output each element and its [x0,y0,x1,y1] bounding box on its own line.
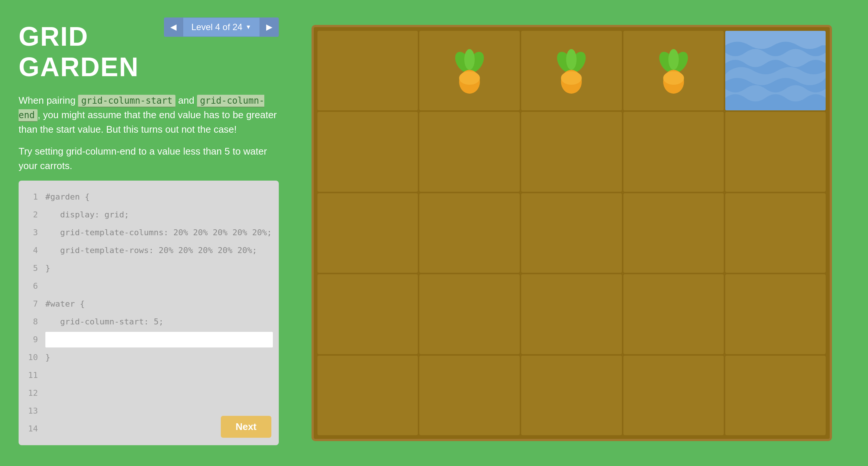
code-line-2: 2 display: grid; [19,206,279,224]
garden-cell-1-4 [623,31,724,110]
line-num-4: 4 [25,246,38,255]
code-line-6: 6 [19,277,279,295]
header-row: GRID GARDEN ◀ Level 4 of 24 ▼ ▶ [19,21,279,82]
garden-container [312,25,832,441]
next-level-button[interactable]: ▶ [259,17,279,37]
garden-cell-4-3 [521,274,622,354]
garden-cell-5-3 [521,356,622,435]
line-num-3: 3 [25,228,38,237]
line-num-14: 14 [25,424,38,433]
description-text: When pairing grid-column-start and grid-… [19,93,279,137]
carrot-plant-svg-3 [653,46,694,95]
garden-cell-4-5 [725,274,826,354]
line-num-6: 6 [25,281,38,291]
code-line-4: 4 grid-template-rows: 20% 20% 20% 20% 20… [19,242,279,259]
code-grid-column-start: grid-column-start [78,95,175,107]
left-panel: GRID GARDEN ◀ Level 4 of 24 ▼ ▶ When pai… [19,21,279,445]
line-num-10: 10 [25,353,38,362]
desc-part3: , you might assume that the end value ha… [19,109,277,135]
carrot-plant-svg [449,46,490,95]
garden-cell-1-5-water [725,31,826,110]
code-editor: 1 #garden { 2 display: grid; 3 grid-temp… [19,181,279,445]
desc-part1: When pairing [19,95,78,106]
instruction-text: Try setting grid-column-end to a value l… [19,144,279,173]
garden-cell-5-5 [725,356,826,435]
line-content-1: #garden { [45,192,90,201]
line-num-8: 8 [25,317,38,326]
line-num-5: 5 [25,263,38,273]
svg-point-14 [663,71,684,85]
code-line-9[interactable]: 9 [19,331,279,349]
code-line-5: 5 } [19,259,279,277]
garden-cell-2-1 [317,112,418,191]
garden-cell-2-4 [623,112,724,191]
garden-cell-3-3 [521,193,622,273]
line-content-4: grid-template-rows: 20% 20% 20% 20% 20%; [45,246,257,255]
garden-cell-4-1 [317,274,418,354]
code-line-8: 8 grid-column-start: 5; [19,313,279,331]
svg-point-2 [464,49,475,70]
garden-cell-4-4 [623,274,724,354]
chevron-down-icon: ▼ [245,24,251,30]
line-num-1: 1 [25,192,38,201]
next-button[interactable]: Next [221,416,271,438]
garden-cell-3-4 [623,193,724,273]
line-content-8: grid-column-start: 5; [45,317,164,326]
app-title: GRID GARDEN [19,21,157,82]
garden-cell-5-1 [317,356,418,435]
prev-level-button[interactable]: ◀ [164,17,183,37]
code-line-3: 3 grid-template-columns: 20% 20% 20% 20%… [19,224,279,242]
line-num-11: 11 [25,370,38,380]
garden-cell-2-3 [521,112,622,191]
code-lines: 1 #garden { 2 display: grid; 3 grid-temp… [19,188,279,438]
line-num-7: 7 [25,299,38,308]
instr-prefix: Try setting [19,146,66,157]
line-num-9: 9 [25,335,38,344]
svg-point-4 [459,71,480,85]
line-content-5: } [45,263,50,273]
code-line-7: 7 #water { [19,295,279,313]
code-line-10: 10 } [19,349,279,366]
svg-point-9 [561,71,582,85]
code-line-12: 12 [19,384,279,402]
line-content-2: display: grid; [45,210,129,219]
garden-cell-1-3 [521,31,622,110]
desc-part2: and [175,95,197,106]
garden-cell-3-2 [419,193,520,273]
garden-grid [317,31,826,435]
code-inline-instruction: grid-column-end [66,146,136,157]
level-nav: ◀ Level 4 of 24 ▼ ▶ [164,17,279,37]
svg-point-7 [566,49,577,70]
level-label: Level 4 of 24 ▼ [183,17,259,37]
garden-cell-1-1 [317,31,418,110]
line-num-12: 12 [25,388,38,398]
garden-cell-1-2 [419,31,520,110]
garden-cell-2-5 [725,112,826,191]
garden-cell-4-2 [419,274,520,354]
line-content-7: #water { [45,299,85,308]
level-text: Level 4 of 24 [191,22,242,32]
garden-cell-5-2 [419,356,520,435]
svg-point-12 [668,49,679,70]
code-line-11: 11 [19,366,279,384]
garden-cell-3-5 [725,193,826,273]
code-input-line9[interactable] [45,332,273,347]
water-svg [725,31,826,110]
carrot-plant-svg-2 [551,46,592,95]
line-num-2: 2 [25,210,38,219]
line-num-13: 13 [25,406,38,415]
garden-cell-2-2 [419,112,520,191]
line-content-10: } [45,353,50,362]
right-panel [294,25,849,441]
garden-cell-5-4 [623,356,724,435]
line-content-3: grid-template-columns: 20% 20% 20% 20% 2… [45,228,272,237]
code-line-1: 1 #garden { [19,188,279,206]
garden-cell-3-1 [317,193,418,273]
